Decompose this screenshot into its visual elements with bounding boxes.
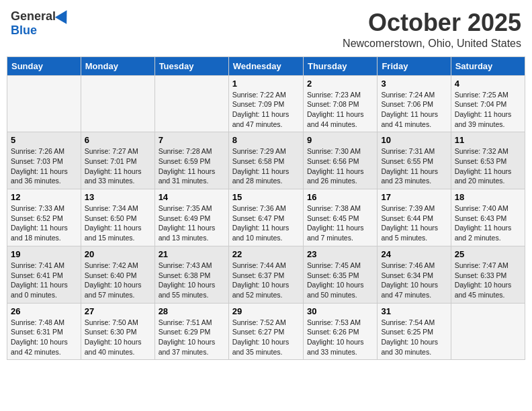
- day-info: Sunrise: 7:31 AM Sunset: 6:55 PM Dayligh…: [381, 146, 447, 186]
- logo-triangle-icon: [55, 7, 73, 24]
- day-info: Sunrise: 7:45 AM Sunset: 6:35 PM Dayligh…: [307, 261, 373, 300]
- calendar-cell: 13Sunrise: 7:34 AM Sunset: 6:50 PM Dayli…: [81, 189, 154, 246]
- calendar-cell: [451, 303, 525, 360]
- calendar-cell: 24Sunrise: 7:46 AM Sunset: 6:34 PM Dayli…: [378, 246, 451, 303]
- calendar-cell: 19Sunrise: 7:41 AM Sunset: 6:41 PM Dayli…: [7, 246, 81, 303]
- day-info: Sunrise: 7:28 AM Sunset: 6:59 PM Dayligh…: [159, 146, 225, 186]
- calendar-cell: 15Sunrise: 7:36 AM Sunset: 6:47 PM Dayli…: [228, 189, 303, 246]
- day-number: 8: [232, 135, 300, 145]
- day-number: 7: [159, 135, 225, 145]
- day-info: Sunrise: 7:34 AM Sunset: 6:50 PM Dayligh…: [85, 203, 151, 243]
- calendar-cell: 31Sunrise: 7:54 AM Sunset: 6:25 PM Dayli…: [378, 303, 451, 360]
- day-info: Sunrise: 7:29 AM Sunset: 6:58 PM Dayligh…: [232, 146, 300, 186]
- day-info: Sunrise: 7:32 AM Sunset: 6:53 PM Dayligh…: [455, 146, 521, 186]
- day-number: 30: [307, 306, 373, 316]
- day-number: 19: [11, 249, 77, 259]
- day-number: 9: [307, 135, 373, 145]
- weekday-header-thursday: Thursday: [303, 56, 377, 75]
- day-info: Sunrise: 7:30 AM Sunset: 6:56 PM Dayligh…: [307, 146, 373, 186]
- weekday-header-wednesday: Wednesday: [228, 56, 303, 75]
- day-info: Sunrise: 7:27 AM Sunset: 7:01 PM Dayligh…: [85, 146, 151, 186]
- calendar-cell: [154, 75, 228, 132]
- day-info: Sunrise: 7:26 AM Sunset: 7:03 PM Dayligh…: [11, 146, 77, 186]
- day-number: 21: [159, 249, 225, 259]
- day-number: 10: [381, 135, 447, 145]
- day-number: 6: [85, 135, 151, 145]
- calendar-cell: 10Sunrise: 7:31 AM Sunset: 6:55 PM Dayli…: [378, 132, 451, 189]
- calendar-cell: 5Sunrise: 7:26 AM Sunset: 7:03 PM Daylig…: [7, 132, 81, 189]
- day-number: 4: [455, 79, 521, 89]
- day-number: 24: [381, 249, 447, 259]
- calendar-cell: 4Sunrise: 7:25 AM Sunset: 7:04 PM Daylig…: [451, 75, 525, 132]
- day-number: 13: [85, 192, 151, 202]
- calendar-cell: 29Sunrise: 7:52 AM Sunset: 6:27 PM Dayli…: [228, 303, 303, 360]
- logo: General Blue: [11, 9, 71, 38]
- day-number: 18: [455, 192, 521, 202]
- day-number: 16: [307, 192, 373, 202]
- day-info: Sunrise: 7:44 AM Sunset: 6:37 PM Dayligh…: [232, 261, 300, 300]
- day-info: Sunrise: 7:52 AM Sunset: 6:27 PM Dayligh…: [232, 318, 300, 357]
- day-number: 3: [381, 79, 447, 89]
- day-number: 22: [232, 249, 300, 259]
- day-number: 12: [11, 192, 77, 202]
- day-number: 25: [455, 249, 521, 259]
- calendar-cell: [81, 75, 154, 132]
- calendar-cell: 17Sunrise: 7:39 AM Sunset: 6:44 PM Dayli…: [378, 189, 451, 246]
- day-number: 28: [159, 306, 225, 316]
- calendar-cell: 20Sunrise: 7:42 AM Sunset: 6:40 PM Dayli…: [81, 246, 154, 303]
- calendar-cell: 26Sunrise: 7:48 AM Sunset: 6:31 PM Dayli…: [7, 303, 81, 360]
- logo-general-text: General: [11, 9, 56, 24]
- day-number: 14: [159, 192, 225, 202]
- day-info: Sunrise: 7:22 AM Sunset: 7:09 PM Dayligh…: [232, 90, 300, 130]
- calendar-cell: 9Sunrise: 7:30 AM Sunset: 6:56 PM Daylig…: [303, 132, 377, 189]
- calendar-cell: 3Sunrise: 7:24 AM Sunset: 7:06 PM Daylig…: [378, 75, 451, 132]
- day-info: Sunrise: 7:48 AM Sunset: 6:31 PM Dayligh…: [11, 318, 77, 357]
- calendar-cell: 12Sunrise: 7:33 AM Sunset: 6:52 PM Dayli…: [7, 189, 81, 246]
- day-info: Sunrise: 7:51 AM Sunset: 6:29 PM Dayligh…: [159, 318, 225, 357]
- day-info: Sunrise: 7:50 AM Sunset: 6:30 PM Dayligh…: [85, 318, 151, 357]
- day-info: Sunrise: 7:39 AM Sunset: 6:44 PM Dayligh…: [381, 203, 447, 243]
- calendar-cell: 2Sunrise: 7:23 AM Sunset: 7:08 PM Daylig…: [303, 75, 377, 132]
- calendar-cell: 6Sunrise: 7:27 AM Sunset: 7:01 PM Daylig…: [81, 132, 154, 189]
- calendar-cell: 11Sunrise: 7:32 AM Sunset: 6:53 PM Dayli…: [451, 132, 525, 189]
- day-number: 23: [307, 249, 373, 259]
- day-number: 31: [381, 306, 447, 316]
- weekday-header-sunday: Sunday: [7, 56, 81, 75]
- calendar-cell: 18Sunrise: 7:40 AM Sunset: 6:43 PM Dayli…: [451, 189, 525, 246]
- day-info: Sunrise: 7:36 AM Sunset: 6:47 PM Dayligh…: [232, 203, 300, 243]
- calendar-cell: 30Sunrise: 7:53 AM Sunset: 6:26 PM Dayli…: [303, 303, 377, 360]
- day-info: Sunrise: 7:38 AM Sunset: 6:45 PM Dayligh…: [307, 203, 373, 243]
- day-info: Sunrise: 7:41 AM Sunset: 6:41 PM Dayligh…: [11, 261, 77, 300]
- page-header: General Blue October 2025 Newcomerstown,…: [7, 7, 525, 52]
- day-info: Sunrise: 7:40 AM Sunset: 6:43 PM Dayligh…: [455, 203, 521, 243]
- calendar-cell: 28Sunrise: 7:51 AM Sunset: 6:29 PM Dayli…: [154, 303, 228, 360]
- calendar-cell: 7Sunrise: 7:28 AM Sunset: 6:59 PM Daylig…: [154, 132, 228, 189]
- calendar-cell: 8Sunrise: 7:29 AM Sunset: 6:58 PM Daylig…: [228, 132, 303, 189]
- day-info: Sunrise: 7:35 AM Sunset: 6:49 PM Dayligh…: [159, 203, 225, 243]
- day-info: Sunrise: 7:42 AM Sunset: 6:40 PM Dayligh…: [85, 261, 151, 300]
- day-number: 2: [307, 79, 373, 89]
- weekday-header-tuesday: Tuesday: [154, 56, 228, 75]
- day-info: Sunrise: 7:24 AM Sunset: 7:06 PM Dayligh…: [381, 90, 447, 130]
- day-info: Sunrise: 7:54 AM Sunset: 6:25 PM Dayligh…: [381, 318, 447, 357]
- day-number: 11: [455, 135, 521, 145]
- calendar-cell: 21Sunrise: 7:43 AM Sunset: 6:38 PM Dayli…: [154, 246, 228, 303]
- title-block: October 2025 Newcomerstown, Ohio, United…: [343, 9, 521, 50]
- weekday-header-saturday: Saturday: [451, 56, 525, 75]
- calendar-cell: [7, 75, 81, 132]
- calendar-cell: 14Sunrise: 7:35 AM Sunset: 6:49 PM Dayli…: [154, 189, 228, 246]
- day-info: Sunrise: 7:43 AM Sunset: 6:38 PM Dayligh…: [159, 261, 225, 300]
- calendar-cell: 27Sunrise: 7:50 AM Sunset: 6:30 PM Dayli…: [81, 303, 154, 360]
- calendar-cell: 25Sunrise: 7:47 AM Sunset: 6:33 PM Dayli…: [451, 246, 525, 303]
- calendar-cell: 16Sunrise: 7:38 AM Sunset: 6:45 PM Dayli…: [303, 189, 377, 246]
- day-info: Sunrise: 7:33 AM Sunset: 6:52 PM Dayligh…: [11, 203, 77, 243]
- day-number: 29: [232, 306, 300, 316]
- calendar-cell: 23Sunrise: 7:45 AM Sunset: 6:35 PM Dayli…: [303, 246, 377, 303]
- day-number: 27: [85, 306, 151, 316]
- weekday-header-friday: Friday: [378, 56, 451, 75]
- day-info: Sunrise: 7:25 AM Sunset: 7:04 PM Dayligh…: [455, 90, 521, 130]
- calendar-cell: 22Sunrise: 7:44 AM Sunset: 6:37 PM Dayli…: [228, 246, 303, 303]
- day-number: 17: [381, 192, 447, 202]
- calendar-cell: 1Sunrise: 7:22 AM Sunset: 7:09 PM Daylig…: [228, 75, 303, 132]
- day-info: Sunrise: 7:47 AM Sunset: 6:33 PM Dayligh…: [455, 261, 521, 300]
